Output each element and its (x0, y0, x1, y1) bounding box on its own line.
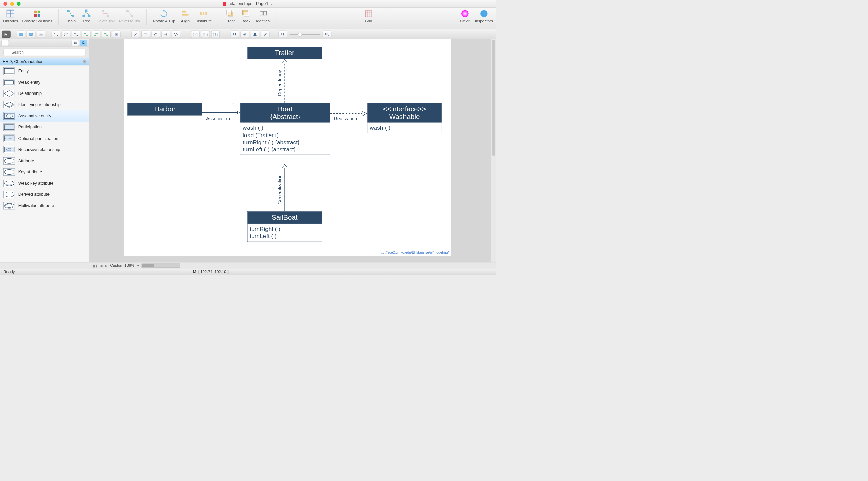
zoom-tool[interactable] (231, 31, 239, 38)
distribute-button[interactable]: Distribute (195, 9, 212, 23)
pager-prev-icon[interactable]: ◀ (100, 263, 103, 268)
stamp-tool[interactable] (251, 31, 259, 38)
line-tool-2[interactable] (141, 31, 150, 38)
color-button[interactable]: Color (459, 9, 471, 23)
node-harbor[interactable]: Harbor (127, 103, 202, 116)
delete-shape-tool[interactable] (112, 31, 120, 38)
zoom-out-button[interactable] (279, 31, 287, 38)
inspectors-button[interactable]: i Inspectors (475, 9, 493, 23)
shape-item[interactable]: Associative entity (0, 110, 89, 122)
shape-thumb-icon (3, 157, 15, 165)
browse-solutions-button[interactable]: Browse Solutions (22, 9, 52, 23)
line-tool-1[interactable] (131, 31, 140, 38)
node-sailboat[interactable]: SailBoat turnRight ( )turnLeft ( ) (247, 211, 322, 242)
shape-item[interactable]: Relationship (0, 88, 89, 99)
eyedropper-tool[interactable] (261, 31, 269, 38)
rect-tool[interactable] (17, 31, 25, 38)
delete-link-button[interactable]: Delete link (97, 9, 115, 23)
line-tool-4[interactable] (162, 31, 170, 38)
shape-thumb-icon (3, 124, 15, 131)
front-button[interactable]: Front (224, 9, 236, 23)
vertical-scrollbar[interactable] (491, 39, 496, 262)
svg-rect-7 (67, 10, 70, 12)
shape-item[interactable]: Recursive relationship (0, 144, 89, 155)
svg-line-65 (134, 33, 137, 35)
shape-thumb-icon (3, 67, 15, 75)
fullscreen-window-button[interactable] (17, 2, 20, 5)
sidebar-view-tree[interactable] (2, 40, 9, 46)
line-tool-3[interactable] (152, 31, 160, 38)
shape-item[interactable]: Multivalue attribute (0, 200, 89, 211)
label-dependency: Dependency (277, 70, 282, 96)
shape-thumb-icon (3, 180, 15, 187)
shape-thumb-icon (3, 146, 15, 153)
canvas-area[interactable]: Trailer Harbor Boat{Abstract} wash ( )lo… (89, 39, 496, 262)
shape-item[interactable]: Optional participation (0, 133, 89, 144)
tree-button[interactable]: Tree (81, 9, 92, 23)
source-link[interactable]: http://sce2.umkc.edu/BIT/burrise/pl/mode… (379, 251, 449, 255)
library-search-input[interactable] (3, 49, 85, 56)
connector-2[interactable] (62, 31, 70, 38)
edit-tool-1[interactable] (191, 31, 199, 38)
shape-item[interactable]: Derived attribute (0, 189, 89, 200)
grid-button[interactable]: Grid (362, 9, 374, 23)
label-star: * (232, 101, 234, 107)
library-sidebar: ERD, Chen's notation EntityWeak entityRe… (0, 39, 89, 262)
svg-line-94 (84, 43, 85, 44)
zoom-slider[interactable] (290, 34, 320, 35)
sidebar-search-toggle[interactable] (80, 40, 87, 46)
connector-6[interactable] (102, 31, 111, 38)
svg-rect-61 (106, 35, 108, 36)
shape-item[interactable]: Weak key attribute (0, 178, 89, 189)
shape-item[interactable]: Participation (0, 122, 89, 133)
edit-tool-2[interactable] (201, 31, 210, 38)
shape-item[interactable]: Key attribute (0, 166, 89, 177)
shape-item-label: Weak key attribute (18, 181, 54, 186)
shape-item[interactable]: Identifying relationship (0, 99, 89, 110)
zoom-level-text[interactable]: Custom 108% (110, 263, 135, 268)
shape-item[interactable]: Weak entity (0, 77, 89, 88)
back-button[interactable]: Back (240, 9, 252, 23)
shape-item[interactable]: Attribute (0, 155, 89, 166)
connector-3[interactable] (72, 31, 80, 38)
diagram-canvas[interactable]: Trailer Harbor Boat{Abstract} wash ( )lo… (124, 39, 452, 256)
align-button[interactable]: Align (179, 9, 191, 23)
shape-item-label: Participation (18, 125, 42, 130)
boat-operations: wash ( )load (Trailer t)turnRight ( ) {a… (240, 122, 330, 154)
text-tool[interactable] (37, 31, 45, 38)
edit-tool-3[interactable] (211, 31, 220, 38)
pan-tool[interactable] (241, 31, 249, 38)
svg-rect-59 (97, 33, 98, 34)
library-header[interactable]: ERD, Chen's notation (0, 58, 89, 65)
svg-point-109 (5, 170, 14, 175)
node-boat[interactable]: Boat{Abstract} wash ( )load (Trailer t)t… (240, 103, 330, 155)
pager-next-icon[interactable]: ▶ (105, 263, 108, 268)
connector-5[interactable] (92, 31, 100, 38)
node-trailer[interactable]: Trailer (247, 47, 322, 59)
shape-item[interactable]: Entity (0, 65, 89, 77)
pager-pause-icon[interactable]: ▮▮ (93, 263, 97, 268)
svg-point-111 (5, 181, 14, 186)
identical-button[interactable]: Identical (256, 9, 271, 23)
zoom-in-button[interactable] (323, 31, 331, 38)
sidebar-view-grid[interactable] (72, 40, 79, 46)
svg-rect-58 (94, 35, 96, 36)
chain-button[interactable]: Chain (65, 9, 76, 23)
label-realization: Realization (334, 116, 357, 122)
ellipse-tool[interactable] (27, 31, 35, 38)
rotate-flip-button[interactable]: Rotate & Flip (153, 9, 175, 23)
horizontal-scrollbar[interactable] (142, 263, 180, 268)
svg-rect-60 (104, 33, 106, 34)
pointer-tool[interactable] (2, 31, 11, 38)
line-tool-5[interactable] (172, 31, 180, 38)
minimize-window-button[interactable] (10, 2, 14, 5)
libraries-button[interactable]: Libraries (3, 9, 18, 23)
connector-4[interactable] (82, 31, 90, 38)
reverse-link-button[interactable]: Reverse link (119, 9, 140, 23)
node-washable[interactable]: <<interface>>Washable wash ( ) (367, 103, 442, 133)
svg-rect-78 (253, 35, 256, 36)
close-window-button[interactable] (3, 2, 7, 5)
shape-item-label: Recursive relationship (18, 147, 60, 152)
connector-1[interactable] (52, 31, 60, 38)
chevron-down-icon[interactable]: ⌄ (270, 2, 273, 6)
